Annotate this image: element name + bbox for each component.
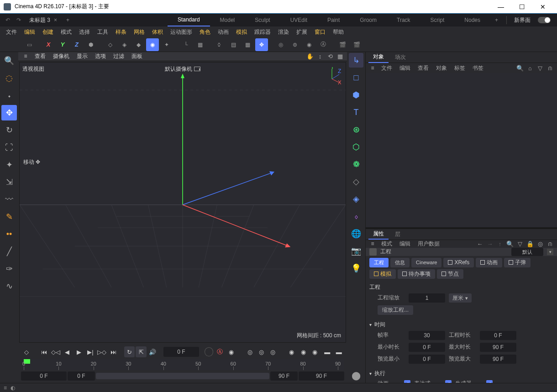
menu-simulate[interactable]: 模拟 [233, 28, 250, 36]
key-p-icon[interactable]: ◉ [286, 346, 297, 357]
attr-popup-icon[interactable]: ⫙ [546, 240, 554, 247]
spline-pen-icon[interactable]: 〰 [1, 192, 17, 207]
record-icon[interactable] [205, 347, 214, 356]
layout-groom[interactable]: Groom [350, 14, 387, 26]
max-input[interactable]: 90 F [480, 343, 516, 352]
tab-takes[interactable]: 场次 [390, 52, 410, 63]
move-tool[interactable]: ✥ [1, 105, 17, 120]
menu-select[interactable]: 选择 [76, 28, 93, 36]
pen2-icon[interactable]: ✑ [1, 261, 17, 277]
autokey-icon[interactable]: Ⓐ [214, 346, 225, 357]
viewport[interactable]: 透视视图 默认摄像机 Y Z X 移动 ✥ 网格间距 : 500 cm [19, 62, 346, 343]
scale-input[interactable]: 1 [409, 293, 445, 303]
undo-icon[interactable]: ↶ [3, 15, 13, 25]
place-tool[interactable]: ⇲ [1, 174, 17, 190]
autorange-icon[interactable]: ⇱ [136, 346, 146, 357]
attr-lock-icon[interactable]: 🔒 [526, 240, 534, 247]
menu-tracker[interactable]: 跟踪器 [251, 28, 274, 36]
cube-select-icon[interactable]: ◉ [146, 38, 159, 51]
next-frame-icon[interactable]: ▶| [85, 346, 95, 357]
obj-filter-icon[interactable]: ▽ [536, 65, 544, 72]
attr-preset-dropdown[interactable]: 默认 [511, 248, 543, 256]
pmax-input[interactable]: 90 F [480, 355, 516, 364]
timeline-dope-icon[interactable]: ▬ [334, 346, 344, 357]
orbit-icon[interactable]: ⟲ [326, 53, 334, 60]
chip-anim[interactable]: 动画 [476, 258, 502, 267]
path-icon[interactable]: ∿ [1, 278, 17, 294]
scale-project-button[interactable]: 缩放工程... [378, 305, 413, 315]
tab-objects[interactable]: 对象 [368, 52, 389, 63]
chip-xrefs[interactable]: XRefs [443, 258, 474, 267]
obj-menu-file[interactable]: 文件 [378, 64, 395, 72]
section-project-head[interactable]: 工程 [369, 282, 553, 292]
clapper1-icon[interactable]: 🎬 [336, 38, 349, 51]
workplane-icon[interactable]: ▤ [227, 38, 240, 51]
live-select-icon[interactable]: ◌ [1, 70, 17, 86]
locator-icon[interactable]: ✦ [160, 38, 173, 51]
plane-icon[interactable]: └ [179, 38, 192, 51]
grid-icon[interactable]: ▦ [241, 38, 254, 51]
menu-mesh[interactable]: 网格 [131, 28, 148, 36]
obj-menu-edit[interactable]: 编辑 [397, 64, 413, 72]
range-end-2[interactable]: 90 F [299, 371, 344, 381]
loop-icon[interactable]: ↻ [124, 346, 135, 357]
layout-nodes[interactable]: Nodes [454, 14, 490, 26]
layout-sculpt[interactable]: Sculpt [245, 14, 280, 26]
fill-icon[interactable]: •• [1, 226, 17, 242]
document-tab[interactable]: 未标题 3 × [25, 14, 62, 26]
menu-spline[interactable]: 样条 [112, 28, 130, 36]
plen-input[interactable]: 0 F [480, 331, 516, 340]
close-button[interactable]: ✕ [532, 0, 553, 14]
scale-tool[interactable]: ⛶ [1, 140, 17, 155]
pmin-input[interactable]: 0 F [409, 355, 445, 364]
target1-icon[interactable]: ◎ [274, 38, 287, 51]
tab-layers[interactable]: 层 [390, 229, 405, 240]
view-menu-display[interactable]: 显示 [74, 52, 90, 60]
world-icon[interactable]: 🌐 [349, 226, 363, 241]
chip-sim[interactable]: 模拟 [369, 269, 396, 279]
target2-icon[interactable]: ⊚ [289, 38, 301, 51]
obj-hamburger-icon[interactable]: ≡ [368, 65, 377, 71]
axis-x-button[interactable]: X [42, 38, 55, 51]
attr-menu-mode[interactable]: 模式 [378, 240, 395, 248]
newui-toggle[interactable] [538, 17, 551, 23]
camera-tool-icon[interactable]: 📷 [349, 244, 363, 258]
obj-menu-tags[interactable]: 标签 [452, 64, 468, 72]
cube-solid-icon[interactable]: ◆ [132, 38, 145, 51]
knife-icon[interactable]: ╱ [1, 244, 17, 259]
section-time-head[interactable]: ▾时间 [369, 320, 553, 329]
play-icon[interactable]: ▶ [74, 346, 84, 357]
history-icon[interactable]: ▭ [23, 38, 36, 51]
chip-info[interactable]: 信息 [390, 258, 410, 267]
range-start-1[interactable]: 0 F [21, 371, 67, 381]
status-hamburger-icon[interactable]: ≡ [4, 385, 7, 391]
key-pos-icon[interactable]: ◎ [245, 346, 255, 357]
maximize-button[interactable]: ☐ [511, 0, 532, 14]
menu-volume[interactable]: 体积 [149, 28, 166, 36]
eye-icon[interactable]: ◉ [303, 38, 315, 51]
scale-unit-dropdown[interactable]: 厘米 ▾ [449, 293, 472, 303]
nav-fwd-icon[interactable]: → [486, 240, 494, 247]
view-menu-panel[interactable]: 面板 [129, 52, 145, 60]
chip-project[interactable]: 工程 [369, 258, 389, 267]
timeline-fcurve-icon[interactable]: ▬ [322, 346, 332, 357]
menu-window[interactable]: 窗口 [311, 28, 329, 36]
cloner-icon[interactable]: ⬡ [349, 140, 363, 154]
chip-bullet[interactable]: 子弹 [504, 258, 531, 267]
material-slot-icon[interactable]: ⬤ [349, 368, 363, 383]
attr-search-icon[interactable]: 🔍 [506, 240, 514, 247]
menu-character[interactable]: 角色 [196, 28, 214, 36]
coord-system-icon[interactable]: ⬢ [84, 38, 97, 51]
redo-icon[interactable]: ↷ [14, 15, 24, 25]
menu-extensions[interactable]: 扩展 [293, 28, 310, 36]
min-input[interactable]: 0 F [409, 343, 445, 352]
attr-menu-userdata[interactable]: 用户数据 [415, 240, 442, 248]
primitive-cube-icon[interactable]: ⬢ [349, 88, 363, 102]
clapper2-icon[interactable]: 🎬 [350, 38, 363, 51]
view-icon[interactable]: ▦ [194, 38, 206, 51]
range-end-1[interactable]: 90 F [270, 371, 298, 381]
brush-icon[interactable]: ✎ [1, 209, 17, 225]
viewport-camera-label[interactable]: 默认摄像机 [165, 65, 200, 73]
menu-file[interactable]: 文件 [3, 28, 20, 36]
key-diamond-icon[interactable]: ◇ [21, 346, 32, 357]
